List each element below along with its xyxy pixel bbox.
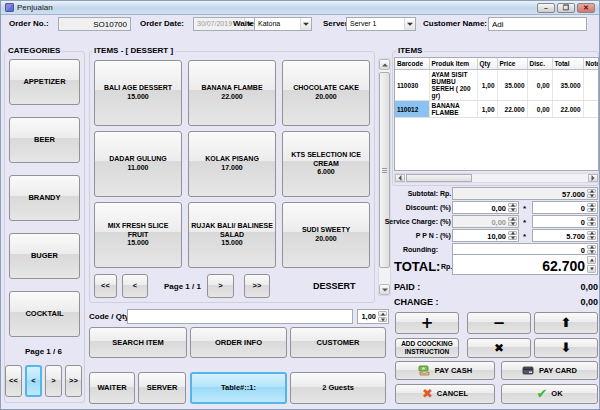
- spin-up-icon[interactable]: [378, 311, 387, 316]
- product-button[interactable]: KOLAK PISANG 17.000: [188, 131, 276, 197]
- product-button[interactable]: RUJAK BALI/ BALINESE SALAD 15.000: [188, 202, 276, 268]
- table-button[interactable]: Table#::1:: [190, 372, 287, 404]
- column-header[interactable]: Note: [583, 58, 599, 70]
- minimize-button[interactable]: –: [537, 3, 555, 13]
- server-button[interactable]: SERVER: [138, 372, 186, 404]
- discount-times: *: [523, 204, 526, 213]
- cell-barcode: 110030: [395, 70, 429, 101]
- category-button-buger[interactable]: BUGER: [9, 233, 80, 279]
- product-button[interactable]: KTS SELECTION ICE CREAM 6.000: [282, 131, 370, 197]
- category-button-brandy[interactable]: BRANDY: [9, 175, 80, 221]
- server-dropdown-icon[interactable]: [404, 18, 415, 30]
- column-header[interactable]: Total: [552, 58, 583, 70]
- total-field[interactable]: 62.700: [452, 254, 598, 275]
- cell-price: 22.000: [497, 101, 527, 118]
- guests-button[interactable]: 2 Guests: [290, 372, 386, 404]
- waiter-button[interactable]: WAITER: [89, 372, 135, 404]
- column-header[interactable]: Qty: [477, 58, 497, 70]
- service-charge-pct-value: 0,00: [491, 218, 506, 227]
- close-button[interactable]: ✕: [577, 3, 595, 13]
- total-unit: Rp.: [441, 263, 452, 270]
- scroll-down-icon[interactable]: [379, 284, 390, 295]
- column-header[interactable]: Produk Item: [429, 58, 477, 70]
- server-select[interactable]: Server 1: [346, 17, 416, 31]
- product-name: SUDI SWEETY: [302, 226, 350, 235]
- change-label: CHANGE :: [394, 297, 439, 307]
- qty-plus-button[interactable]: +: [395, 312, 459, 334]
- app-icon: [5, 3, 14, 12]
- column-header[interactable]: Price: [497, 58, 527, 70]
- search-item-button[interactable]: SEARCH ITEM: [89, 327, 187, 358]
- subtotal-field[interactable]: 57.000: [452, 187, 598, 200]
- cancel-button[interactable]: ✖ CANCEL: [395, 384, 495, 404]
- customer-button[interactable]: CUSTOMER: [290, 327, 386, 358]
- product-button[interactable]: DADAR GULUNG 11.000: [94, 131, 182, 197]
- scrollbar-thumb[interactable]: [379, 72, 390, 268]
- items-prev-page-button[interactable]: <: [122, 274, 148, 298]
- add-cooking-instruction-button[interactable]: ADD COOCKING INSTRUCTION: [395, 338, 459, 358]
- order-info-button[interactable]: ORDER INFO: [190, 327, 287, 358]
- discount-pct-field[interactable]: 0,00: [452, 201, 519, 214]
- waiter-select[interactable]: Katona: [254, 17, 312, 31]
- categories-last-page-button[interactable]: >>: [65, 365, 82, 397]
- product-button[interactable]: BALI AGE DESSERT 15.000: [94, 60, 182, 126]
- order-table-row[interactable]: 110030 AYAM SISIT BUMBU SEREH ( 200 gr) …: [395, 70, 599, 101]
- code-qty-input[interactable]: [127, 309, 353, 324]
- column-header[interactable]: Disc.: [527, 58, 552, 70]
- row-down-button[interactable]: ⬇: [534, 338, 598, 358]
- order-date-value: 30/07/2019: [197, 20, 232, 27]
- ok-button[interactable]: ✔ OK: [501, 384, 598, 404]
- categories-prev-page-button[interactable]: <: [25, 365, 42, 397]
- product-price: 22.000: [221, 93, 242, 102]
- ppn-label: P P N :: [416, 232, 438, 239]
- customer-name-input[interactable]: [488, 17, 587, 31]
- total-label: TOTAL:: [394, 259, 440, 274]
- product-button[interactable]: BANANA FLAMBE 22.000: [188, 60, 276, 126]
- order-no-field[interactable]: SO10700: [58, 17, 131, 31]
- ppn-pct-field[interactable]: 10,00: [452, 229, 519, 242]
- waiter-dropdown-icon[interactable]: [300, 18, 311, 30]
- horizontal-scrollbar[interactable]: [394, 173, 599, 183]
- product-price: 20.000: [315, 93, 336, 102]
- pay-cash-button[interactable]: PAY CASH: [395, 361, 495, 380]
- categories-next-page-button[interactable]: >: [45, 365, 62, 397]
- category-button-beer[interactable]: BEER: [9, 117, 80, 163]
- service-charge-amount-field[interactable]: 0: [532, 215, 598, 228]
- paid-value: 0,00: [580, 282, 598, 292]
- qty-value: 1,00: [361, 312, 376, 321]
- order-table-row[interactable]: 110012 BANANA FLAMBE 1,00 22.000 0,00 22…: [395, 101, 599, 118]
- scroll-left-icon[interactable]: [395, 174, 405, 182]
- maximize-button[interactable]: ❐: [557, 3, 575, 13]
- product-button[interactable]: MIX FRESH SLICE FRUIT 15.000: [94, 202, 182, 268]
- ppn-amount-field[interactable]: 5.700: [532, 229, 598, 242]
- vertical-scrollbar[interactable]: [378, 58, 391, 296]
- category-button-appetizer[interactable]: APPETIZER: [9, 59, 80, 105]
- items-next-page-button[interactable]: >: [207, 274, 234, 298]
- product-button[interactable]: SUDI SWEETY 20.000: [282, 202, 370, 268]
- scroll-up-icon[interactable]: [379, 59, 390, 70]
- scrollbar-thumb[interactable]: [406, 174, 472, 182]
- delete-item-button[interactable]: ✖: [467, 338, 531, 358]
- scroll-right-icon[interactable]: [588, 174, 598, 182]
- categories-first-page-button[interactable]: <<: [5, 365, 22, 397]
- qty-spinner[interactable]: 1,00: [357, 309, 389, 324]
- product-button[interactable]: CHOCOLATE CAKE 20.000: [282, 60, 370, 126]
- discount-amount-field[interactable]: 0: [532, 201, 598, 214]
- items-last-page-button[interactable]: >>: [244, 274, 270, 298]
- column-header[interactable]: Barcode: [395, 58, 429, 70]
- category-button-cocktail[interactable]: COCKTAIL: [9, 291, 80, 337]
- ppn-pct-value: 10,00: [487, 232, 506, 241]
- window-controls: – ❐ ✕: [537, 3, 595, 13]
- service-charge-pct-field[interactable]: 0,00: [452, 215, 519, 228]
- discount-pct-value: 0,00: [491, 204, 506, 213]
- product-price: 17.000: [221, 164, 242, 173]
- row-up-button[interactable]: ⬆: [534, 312, 598, 334]
- spin-down-icon[interactable]: [378, 317, 387, 322]
- qty-minus-button[interactable]: −: [467, 312, 531, 334]
- order-no-label: Order No.:: [9, 19, 49, 28]
- product-price: 6.000: [317, 168, 335, 177]
- items-first-page-button[interactable]: <<: [94, 274, 117, 298]
- ok-label: OK: [551, 389, 562, 398]
- categories-page-label: Page 1 / 6: [25, 347, 62, 356]
- pay-card-button[interactable]: PAY CARD: [501, 361, 598, 380]
